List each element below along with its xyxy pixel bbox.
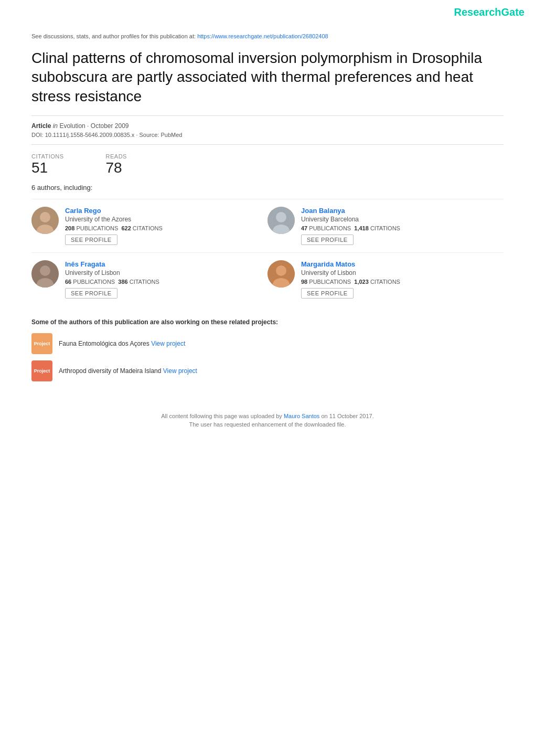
related-projects-heading: Some of the authors of this publication …	[31, 318, 504, 326]
author-info-joan: Joan Balanya University Barcelona 47 PUB…	[301, 207, 504, 245]
author-affiliation-ines: University of Lisbon	[65, 269, 268, 276]
author-name-margarida[interactable]: Margarida Matos	[301, 260, 504, 268]
source-value: PubMed	[161, 132, 183, 138]
project-text-1: Fauna Entomológica dos Açores View proje…	[59, 340, 185, 347]
authors-heading: 6 authors, including:	[31, 184, 504, 191]
svg-point-7	[40, 265, 50, 276]
author-card-carla: Carla Rego University of the Azores 208 …	[31, 199, 268, 252]
avatar-ines	[31, 260, 59, 288]
doi-value: 10.1111/j.1558-5646.2009.00835.x	[45, 132, 135, 138]
author-info-carla: Carla Rego University of the Azores 208 …	[65, 207, 268, 245]
see-profile-margarida[interactable]: SEE PROFILE	[301, 288, 354, 299]
author-info-margarida: Margarida Matos University of Lisbon 98 …	[301, 260, 504, 299]
header: ResearchGate	[0, 0, 535, 23]
paper-title: Clinal patterns of chromosomal inversion…	[31, 49, 504, 106]
authors-grid: Carla Rego University of the Azores 208 …	[31, 199, 504, 306]
article-in: in	[53, 122, 58, 130]
project-view-link[interactable]: View project	[151, 340, 185, 347]
avatar-joan	[268, 207, 295, 234]
avatar-margarida	[268, 260, 295, 288]
author-card-ines: Inês Fragata University of Lisbon 66 PUB…	[31, 252, 268, 306]
top-notice: See discussions, stats, and author profi…	[31, 33, 504, 39]
author-name-joan[interactable]: Joan Balanya	[301, 207, 504, 215]
footer-before: All content following this page was uplo…	[161, 413, 284, 419]
reads-block: READS 78	[106, 153, 127, 176]
project-name: Arthropod diversity of Madeira Island	[59, 367, 161, 375]
footer-after: on 11 October 2017.	[319, 413, 373, 419]
source-separator: · Source:	[136, 132, 159, 138]
project-name: Fauna Entomológica dos Açores	[59, 340, 149, 347]
svg-point-1	[40, 212, 50, 222]
citations-value: 51	[31, 159, 64, 176]
reads-value: 78	[106, 159, 127, 176]
reads-label: READS	[106, 153, 127, 159]
authors-suffix: , including:	[60, 184, 92, 191]
top-notice-text: See discussions, stats, and author profi…	[31, 33, 197, 39]
author-affiliation-carla: University of the Azores	[65, 216, 268, 223]
author-info-ines: Inês Fragata University of Lisbon 66 PUB…	[65, 260, 268, 299]
project-row-1: Project Fauna Entomológica dos Açores Vi…	[31, 333, 504, 354]
author-affiliation-joan: University Barcelona	[301, 216, 504, 223]
stats-row: CITATIONS 51 READS 78	[31, 153, 504, 176]
svg-point-10	[276, 265, 286, 276]
see-profile-joan[interactable]: SEE PROFILE	[301, 235, 354, 245]
footer-uploader[interactable]: Mauro Santos	[284, 413, 319, 419]
divider-top	[31, 115, 504, 116]
author-affiliation-margarida: University of Lisbon	[301, 269, 504, 276]
author-stats-joan: 47 PUBLICATIONS 1,418 CITATIONS	[301, 225, 504, 231]
doi-line: DOI: 10.1111/j.1558-5646.2009.00835.x · …	[31, 132, 504, 138]
footer-line2: The user has requested enhancement of th…	[31, 421, 504, 428]
see-profile-carla[interactable]: SEE PROFILE	[65, 235, 117, 245]
divider-stats	[31, 144, 504, 145]
article-journal: Evolution	[59, 122, 85, 130]
project-row-2: Project Arthropod diversity of Madeira I…	[31, 360, 504, 381]
author-name-ines[interactable]: Inês Fragata	[65, 260, 268, 268]
article-meta: Article in Evolution · October 2009	[31, 122, 504, 130]
author-card-margarida: Margarida Matos University of Lisbon 98 …	[268, 252, 504, 306]
citations-label: CITATIONS	[31, 153, 64, 159]
project-badge-2: Project	[31, 360, 52, 381]
publication-link[interactable]: https://www.researchgate.net/publication…	[197, 33, 328, 39]
article-separator: ·	[87, 122, 89, 130]
project-badge-1: Project	[31, 333, 52, 354]
authors-count: 6 authors	[31, 184, 60, 191]
author-stats-ines: 66 PUBLICATIONS 386 CITATIONS	[65, 279, 268, 285]
author-stats-margarida: 98 PUBLICATIONS 1,023 CITATIONS	[301, 279, 504, 285]
page-wrapper: See discussions, stats, and author profi…	[0, 23, 535, 449]
author-name-carla[interactable]: Carla Rego	[65, 207, 268, 215]
article-type: Article	[31, 122, 51, 130]
footer-line1: All content following this page was uplo…	[31, 413, 504, 419]
citations-block: CITATIONS 51	[31, 153, 64, 176]
brand-logo[interactable]: ResearchGate	[454, 6, 525, 18]
author-stats-carla: 208 PUBLICATIONS 622 CITATIONS	[65, 225, 268, 231]
project-text-2: Arthropod diversity of Madeira Island Vi…	[59, 367, 197, 375]
avatar-carla	[31, 207, 59, 234]
author-card-joan: Joan Balanya University Barcelona 47 PUB…	[268, 199, 504, 252]
see-profile-ines[interactable]: SEE PROFILE	[65, 288, 117, 299]
article-date: October 2009	[91, 122, 129, 130]
project-view-link[interactable]: View project	[163, 367, 197, 375]
svg-point-4	[276, 212, 286, 222]
doi-label: DOI:	[31, 132, 44, 138]
